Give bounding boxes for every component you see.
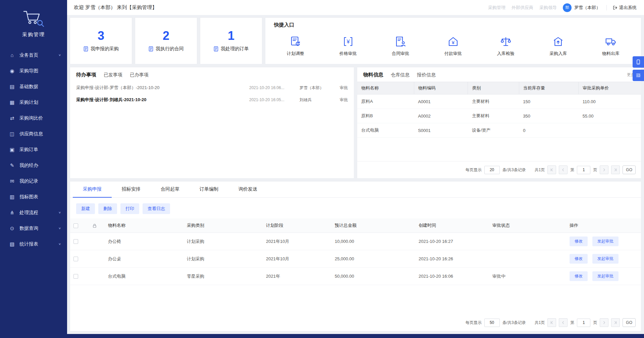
sidebar-item-process[interactable]: ⋔ 处理流程 ∨ bbox=[0, 205, 67, 220]
tab-purchase-declare[interactable]: 采购申报 bbox=[73, 182, 112, 198]
edit-button[interactable]: 修改 bbox=[570, 236, 588, 246]
sidebar-item-report[interactable]: ▧ 统计报表 ∨ bbox=[0, 236, 67, 252]
sidebar-item-label: 指标图表 bbox=[19, 194, 38, 200]
stat-label-text: 我执行的合同 bbox=[156, 46, 184, 52]
logout-button[interactable]: 退出系统 bbox=[613, 5, 637, 11]
top-bar-right: 采购管理 外部供应商 采购领导 部 罗雪（本部） 退出系统 bbox=[488, 3, 637, 12]
last-page-icon bbox=[614, 321, 617, 324]
stat-card-my-orders[interactable]: 1 我处理的订单 bbox=[200, 17, 262, 64]
page-input[interactable] bbox=[577, 166, 590, 174]
quick-item-label: 价格审批 bbox=[339, 51, 357, 57]
tab-quote-info[interactable]: 报价信息 bbox=[417, 72, 436, 78]
go-button[interactable]: GO bbox=[623, 318, 636, 327]
table-row[interactable]: 原料A A0001 主要材料 150 110.00 bbox=[357, 94, 641, 109]
divider bbox=[606, 5, 607, 10]
tab-inquiry-send[interactable]: 询价发送 bbox=[228, 182, 267, 197]
new-button[interactable]: 新建 bbox=[76, 203, 95, 214]
tab-done[interactable]: 已办事项 bbox=[130, 72, 149, 78]
sidebar-item-my-records[interactable]: ✉ 我的记录 bbox=[0, 173, 67, 189]
cell-stage: 2021年 bbox=[263, 268, 331, 285]
todo-action-link[interactable]: 审批 bbox=[336, 85, 348, 91]
top-link-procurement[interactable]: 采购管理 bbox=[488, 5, 505, 11]
stat-card-my-contracts[interactable]: 2 我执行的合同 bbox=[135, 17, 197, 64]
todo-item[interactable]: 采购申报-设计部-罗雪（本部）-2021-10-20 2021-10-20 16… bbox=[70, 82, 354, 94]
submit-approval-button[interactable]: 发起审批 bbox=[592, 254, 619, 264]
per-page-input[interactable] bbox=[484, 319, 500, 327]
cell-created: 2021-10-20 16:26 bbox=[415, 250, 489, 268]
sidebar-item-my-tasks[interactable]: ✎ 我的经办 bbox=[0, 157, 67, 173]
quick-purchase-inbound[interactable]: 采购入库 bbox=[541, 36, 576, 57]
submit-approval-button[interactable]: 发起审批 bbox=[592, 271, 619, 281]
edit-button[interactable]: 修改 bbox=[570, 271, 588, 281]
cell-amount: 10,000.00 bbox=[331, 233, 415, 250]
tab-bid-arrange[interactable]: 招标安排 bbox=[112, 182, 151, 197]
sidebar-item-supplier[interactable]: ◫ 供应商信息 bbox=[0, 126, 67, 142]
next-page-button[interactable] bbox=[600, 165, 608, 174]
prev-page-button[interactable] bbox=[559, 318, 568, 327]
per-page-input[interactable] bbox=[484, 166, 500, 174]
page-suffix: 页 bbox=[593, 320, 597, 326]
first-page-icon bbox=[550, 321, 553, 324]
stat-card-my-declared[interactable]: 3 我申报的采购 bbox=[70, 17, 132, 64]
sidebar-item-order[interactable]: ▣ 采购订单 bbox=[0, 142, 67, 157]
edit-button[interactable]: 修改 bbox=[570, 254, 588, 264]
sidebar-item-query[interactable]: ⊙ 数据查询 ∨ bbox=[0, 220, 67, 236]
todo-item[interactable]: 采购申报-设计部-刘雄兵-2021-10-20 2021-10-20 16:05… bbox=[70, 94, 354, 106]
query-icon: ⊙ bbox=[8, 225, 16, 231]
tab-warehouse-info[interactable]: 仓库信息 bbox=[391, 72, 410, 78]
delete-button[interactable]: 删除 bbox=[98, 203, 117, 214]
svg-text:¥: ¥ bbox=[346, 39, 350, 45]
submit-approval-button[interactable]: 发起审批 bbox=[592, 236, 619, 246]
quick-contract-approval[interactable]: 合同审批 bbox=[383, 36, 418, 57]
go-button[interactable]: GO bbox=[623, 165, 636, 174]
table-row[interactable]: 办公椅 计划采购 2021年10月 10,000.00 2021-10-20 1… bbox=[70, 233, 641, 250]
todo-action-link[interactable]: 审批 bbox=[336, 97, 348, 103]
material-table: 物料名称 物料编码 类别 当前库存量 审批采购单价 原料A A0001 bbox=[357, 82, 641, 138]
first-page-button[interactable] bbox=[547, 165, 556, 174]
row-checkbox[interactable] bbox=[73, 257, 78, 261]
first-page-button[interactable] bbox=[547, 318, 556, 327]
page-input[interactable] bbox=[577, 319, 590, 327]
next-page-button[interactable] bbox=[600, 318, 608, 327]
quick-material-outbound[interactable]: 物料出库 bbox=[593, 36, 628, 57]
stat-label-text: 我处理的订单 bbox=[221, 46, 249, 52]
table-row[interactable]: 办公桌 计划采购 2021年10月 25,000.00 2021-10-20 1… bbox=[70, 250, 641, 268]
tab-sent[interactable]: 已发事项 bbox=[104, 72, 122, 78]
print-button[interactable]: 打印 bbox=[120, 203, 139, 214]
sidebar-item-map[interactable]: ◉ 采购导图 bbox=[0, 63, 67, 79]
supplier-icon: ◫ bbox=[8, 131, 16, 137]
table-row[interactable]: 台式电脑 零星采购 2021年 50,000.00 2021-10-20 16:… bbox=[70, 268, 641, 285]
cell-amount: 25,000.00 bbox=[331, 250, 415, 268]
row-checkbox[interactable] bbox=[73, 274, 78, 279]
quick-payment-approval[interactable]: ¥ 付款审批 bbox=[436, 36, 471, 57]
quick-plan-adjust[interactable]: 计划调整 bbox=[278, 36, 313, 57]
row-checkbox[interactable] bbox=[73, 239, 78, 244]
sidebar-item-plan[interactable]: ▦ 采购计划 bbox=[0, 94, 67, 110]
quick-price-approval[interactable]: ¥ 价格审批 bbox=[331, 36, 366, 57]
total-label: 条/共3条记录 bbox=[502, 167, 526, 173]
sidebar-item-inquiry[interactable]: ⇄ 采购询比价 bbox=[0, 110, 67, 126]
sidebar-item-charts[interactable]: ▥ 指标图表 bbox=[0, 189, 67, 205]
tab-material-info[interactable]: 物料信息 bbox=[363, 72, 383, 78]
view-log-button[interactable]: 查看日志 bbox=[143, 203, 170, 214]
compare-price-icon: ⇄ bbox=[8, 115, 16, 121]
prev-page-button[interactable] bbox=[559, 165, 568, 174]
top-link-leader[interactable]: 采购领导 bbox=[539, 5, 557, 11]
table-row[interactable]: 台式电脑 S0001 设备/资产 0 bbox=[357, 123, 641, 138]
table-row[interactable]: 原料B A0002 主要材料 350 55.00 bbox=[357, 109, 641, 123]
panel-toggle-button[interactable] bbox=[633, 70, 644, 81]
tab-contract-draft[interactable]: 合同起草 bbox=[151, 182, 190, 197]
quick-inbound-inspection[interactable]: 入库检验 bbox=[488, 36, 523, 57]
sidebar-item-base-data[interactable]: ▤ 基础数据 bbox=[0, 79, 67, 94]
last-page-button[interactable] bbox=[611, 165, 620, 174]
cell: 150 bbox=[519, 94, 579, 109]
select-all-checkbox[interactable] bbox=[73, 223, 78, 228]
mobile-app-button[interactable] bbox=[633, 56, 644, 68]
tab-order-compose[interactable]: 订单编制 bbox=[190, 182, 228, 197]
last-page-button[interactable] bbox=[611, 318, 620, 327]
top-link-external-supplier[interactable]: 外部供应商 bbox=[512, 5, 533, 11]
tab-todo[interactable]: 待办事项 bbox=[76, 72, 96, 78]
avatar[interactable]: 部 bbox=[563, 3, 572, 12]
sidebar-item-home[interactable]: ⌂ 业务首页 ∨ bbox=[0, 47, 67, 63]
lock-icon bbox=[92, 223, 97, 228]
